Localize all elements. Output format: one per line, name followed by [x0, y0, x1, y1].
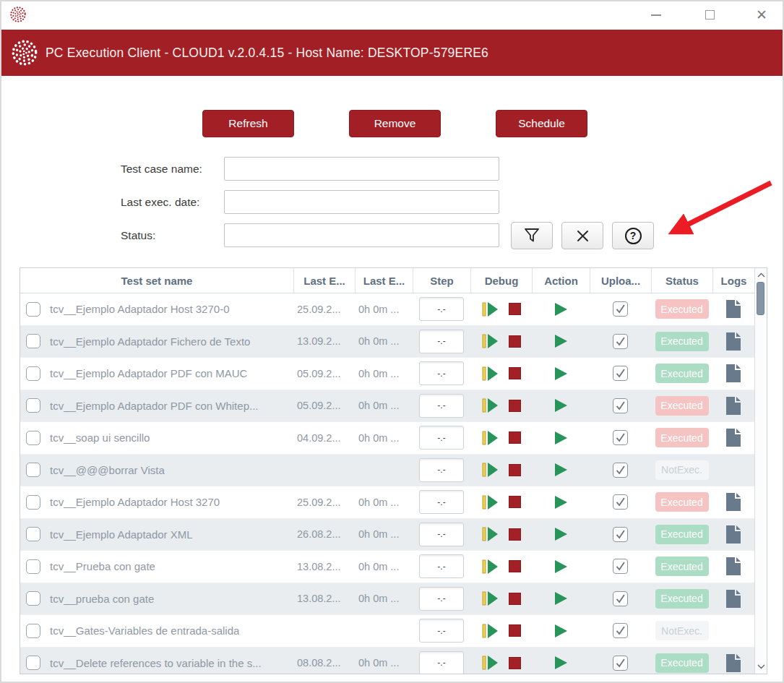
table-scrollbar[interactable] — [754, 268, 767, 674]
debug-step-play-icon[interactable] — [482, 334, 498, 348]
step-input[interactable] — [419, 619, 464, 643]
step-input[interactable] — [419, 394, 464, 418]
debug-step-play-icon[interactable] — [482, 463, 498, 477]
row-select-checkbox[interactable] — [26, 591, 40, 606]
stop-icon[interactable] — [509, 496, 521, 508]
debug-step-play-icon[interactable] — [482, 591, 498, 606]
step-input[interactable] — [419, 361, 464, 385]
stop-icon[interactable] — [509, 657, 521, 669]
help-button[interactable]: ? — [612, 222, 654, 249]
upload-checkbox[interactable] — [613, 366, 628, 381]
logs-file-icon[interactable] — [726, 429, 741, 447]
clear-filter-button[interactable] — [561, 222, 603, 249]
row-select-checkbox[interactable] — [26, 366, 40, 381]
debug-step-play-icon[interactable] — [482, 559, 498, 574]
upload-checkbox[interactable] — [613, 494, 628, 510]
apply-filter-button[interactable] — [511, 222, 553, 249]
row-select-checkbox[interactable] — [26, 431, 40, 445]
run-play-icon[interactable] — [555, 303, 567, 316]
step-input[interactable] — [419, 587, 464, 611]
column-header-step[interactable]: Step — [413, 268, 470, 293]
stop-icon[interactable] — [509, 560, 521, 572]
logs-file-icon[interactable] — [726, 332, 741, 351]
column-header-upload[interactable]: Uploa... — [590, 268, 651, 293]
step-input[interactable] — [419, 330, 464, 353]
scrollbar-thumb[interactable] — [757, 282, 764, 315]
stop-icon[interactable] — [509, 464, 521, 476]
logs-file-icon[interactable] — [726, 557, 741, 575]
step-input[interactable] — [419, 554, 464, 578]
refresh-button[interactable]: Refresh — [202, 110, 294, 137]
debug-step-play-icon[interactable] — [482, 495, 498, 510]
debug-step-play-icon[interactable] — [482, 398, 498, 413]
row-select-checkbox[interactable] — [26, 302, 40, 317]
run-play-icon[interactable] — [555, 496, 567, 509]
logs-file-icon[interactable] — [726, 397, 741, 415]
logs-file-icon[interactable] — [726, 654, 741, 672]
debug-step-play-icon[interactable] — [482, 302, 498, 317]
row-select-checkbox[interactable] — [26, 334, 40, 348]
test-case-name-input[interactable] — [224, 157, 499, 181]
logs-file-icon[interactable] — [726, 300, 741, 318]
stop-icon[interactable] — [509, 593, 521, 605]
step-input[interactable] — [419, 523, 464, 546]
scrollbar-down-button[interactable] — [755, 661, 767, 672]
debug-step-play-icon[interactable] — [482, 431, 498, 445]
maximize-button[interactable] — [693, 1, 726, 28]
schedule-button[interactable]: Schedule — [496, 110, 587, 137]
row-select-checkbox[interactable] — [26, 559, 40, 574]
debug-step-play-icon[interactable] — [482, 366, 498, 381]
upload-checkbox[interactable] — [613, 301, 628, 317]
column-header-logs[interactable]: Logs — [712, 268, 754, 293]
upload-checkbox[interactable] — [613, 430, 628, 445]
step-input[interactable] — [419, 426, 464, 450]
run-play-icon[interactable] — [555, 624, 567, 637]
stop-icon[interactable] — [509, 431, 521, 444]
debug-step-play-icon[interactable] — [482, 624, 498, 638]
run-play-icon[interactable] — [555, 528, 567, 541]
upload-checkbox[interactable] — [613, 591, 628, 606]
column-header-status[interactable]: Status — [651, 268, 712, 293]
stop-icon[interactable] — [509, 400, 521, 412]
row-select-checkbox[interactable] — [26, 527, 40, 541]
upload-checkbox[interactable] — [613, 559, 628, 574]
last-exec-date-input[interactable] — [224, 190, 499, 214]
row-select-checkbox[interactable] — [26, 463, 40, 477]
row-select-checkbox[interactable] — [26, 398, 40, 413]
logs-file-icon[interactable] — [726, 493, 741, 511]
stop-icon[interactable] — [509, 303, 521, 315]
column-header-last-exec-date[interactable]: Last E... — [293, 268, 355, 293]
logs-file-icon[interactable] — [726, 590, 741, 608]
upload-checkbox[interactable] — [613, 527, 628, 542]
column-header-test-set-name[interactable]: Test set name — [20, 268, 293, 293]
stop-icon[interactable] — [509, 624, 521, 637]
run-play-icon[interactable] — [555, 560, 567, 573]
column-header-debug[interactable]: Debug — [470, 268, 532, 293]
row-select-checkbox[interactable] — [26, 624, 40, 638]
row-select-checkbox[interactable] — [26, 656, 40, 670]
row-select-checkbox[interactable] — [26, 495, 40, 510]
upload-checkbox[interactable] — [613, 463, 628, 478]
status-input[interactable] — [224, 223, 499, 247]
column-header-action[interactable]: Action — [532, 268, 590, 293]
run-play-icon[interactable] — [555, 367, 567, 380]
upload-checkbox[interactable] — [613, 656, 628, 671]
run-play-icon[interactable] — [555, 592, 567, 605]
logs-file-icon[interactable] — [726, 525, 741, 544]
debug-step-play-icon[interactable] — [482, 656, 498, 670]
minimize-button[interactable] — [639, 1, 673, 28]
step-input[interactable] — [419, 458, 464, 482]
upload-checkbox[interactable] — [613, 398, 628, 413]
logs-file-icon[interactable] — [726, 364, 741, 382]
close-button[interactable]: ✕ — [745, 1, 778, 28]
stop-icon[interactable] — [509, 528, 521, 541]
stop-icon[interactable] — [509, 335, 521, 348]
column-header-last-exec-duration[interactable]: Last E... — [355, 268, 413, 293]
step-input[interactable] — [419, 490, 464, 514]
step-input[interactable] — [419, 297, 464, 321]
run-play-icon[interactable] — [555, 399, 567, 412]
remove-button[interactable]: Remove — [349, 110, 441, 137]
run-play-icon[interactable] — [555, 431, 567, 444]
upload-checkbox[interactable] — [613, 623, 628, 638]
run-play-icon[interactable] — [555, 656, 567, 669]
